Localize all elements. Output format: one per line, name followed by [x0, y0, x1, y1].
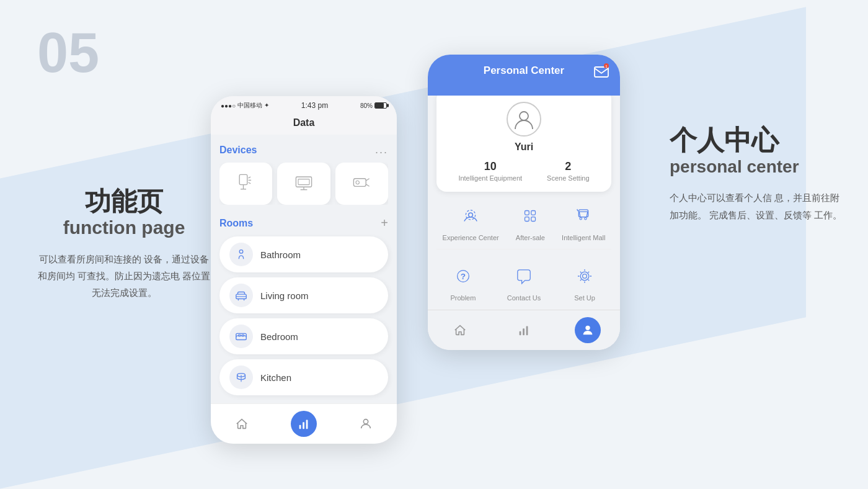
page-number: 05 — [37, 25, 99, 81]
stat-num-equipment: 10 — [458, 160, 522, 173]
battery: 80% — [360, 102, 387, 109]
nav-home-left[interactable] — [229, 411, 255, 437]
svg-point-32 — [469, 213, 473, 217]
stat-num-scene: 2 — [547, 160, 590, 173]
experience-center-icon — [456, 202, 485, 230]
svg-rect-37 — [531, 217, 536, 222]
svg-point-13 — [356, 181, 359, 184]
setup-icon — [570, 262, 599, 290]
rooms-section-header: Rooms + — [219, 216, 388, 230]
svg-rect-0 — [239, 174, 247, 184]
svg-rect-9 — [298, 179, 309, 185]
phone-left-content: Devices ... — [211, 135, 397, 444]
svg-point-48 — [586, 326, 590, 330]
room-kitchen[interactable]: Kitchen — [219, 359, 388, 395]
room-livingroom[interactable]: Living room — [219, 277, 388, 313]
svg-point-27 — [363, 419, 368, 424]
room-bathroom[interactable]: Bathroom — [219, 236, 388, 272]
device-card-1[interactable] — [219, 163, 272, 205]
right-title-zh: 个人中心 — [670, 124, 843, 157]
personal-header: Personal Center 1 — [428, 55, 620, 96]
intelligent-mall-item[interactable]: Intelligent Mall — [562, 202, 605, 241]
right-text-section: 个人中心 personal center 个人中心可以查看个人信 息，并且前往附… — [670, 124, 843, 225]
stat-equipment: 10 Intelligent Equipment — [458, 160, 522, 182]
svg-rect-47 — [526, 326, 528, 336]
device-card-2[interactable] — [277, 163, 330, 205]
username: Yuri — [446, 141, 601, 153]
svg-rect-26 — [306, 420, 308, 429]
device-card-3[interactable] — [335, 163, 388, 205]
kitchen-icon-circle — [229, 366, 253, 389]
svg-text:1: 1 — [606, 65, 608, 68]
nav-chart-left[interactable] — [291, 411, 317, 437]
svg-rect-45 — [520, 331, 521, 335]
bedroom-label: Bedroom — [260, 331, 298, 342]
svg-point-14 — [239, 250, 243, 254]
room-bedroom[interactable]: Bedroom — [219, 318, 388, 354]
personal-center-title: Personal Center — [438, 65, 610, 77]
nav-person-left[interactable] — [353, 411, 379, 437]
stat-label-scene: Scene Setting — [547, 174, 590, 182]
profile-card: Yuri 10 Intelligent Equipment 2 Scene Se… — [436, 89, 611, 192]
intelligent-mall-label: Intelligent Mall — [562, 234, 605, 241]
phone-left-header: Data — [211, 112, 397, 135]
svg-line-12 — [366, 184, 370, 187]
stat-scene: 2 Scene Setting — [547, 160, 590, 182]
bottom-nav-right — [428, 310, 620, 350]
problem-icon: ? — [449, 262, 477, 290]
svg-rect-35 — [531, 211, 536, 215]
stat-label-equipment: Intelligent Equipment — [458, 174, 522, 182]
experience-center-label: Experience Center — [443, 234, 499, 241]
nav-person-right[interactable] — [575, 317, 601, 343]
svg-rect-10 — [354, 179, 366, 187]
svg-line-5 — [248, 182, 250, 184]
left-title-en: function page — [37, 217, 211, 238]
rooms-title: Rooms — [219, 218, 253, 229]
menu-row-1: Experience Center After-sale — [428, 192, 620, 246]
svg-rect-36 — [525, 217, 529, 222]
devices-section-header: Devices ... — [219, 143, 388, 156]
svg-rect-24 — [299, 425, 301, 429]
left-title-zh: 功能页 — [37, 186, 211, 217]
left-description: 可以查看所房间和连接的 设备，通过设备和房间均 可查找。防止因为遗忘电 器位置无… — [37, 251, 211, 301]
nav-chart-right[interactable] — [511, 317, 537, 343]
svg-line-3 — [248, 177, 250, 178]
livingroom-icon-circle — [229, 284, 253, 307]
menu-divider — [436, 249, 611, 249]
time: 1:43 pm — [301, 101, 328, 110]
rooms-plus[interactable]: + — [381, 216, 388, 230]
status-bar-left: ●●●○ 中国移动 ✦ 1:43 pm 80% — [211, 96, 397, 112]
svg-point-38 — [580, 218, 582, 220]
devices-title: Devices — [219, 145, 257, 156]
bathroom-icon-circle — [229, 243, 253, 266]
svg-rect-46 — [523, 328, 525, 335]
experience-center-item[interactable]: Experience Center — [443, 202, 499, 241]
after-sale-item[interactable]: After-sale — [516, 202, 545, 241]
after-sale-icon — [516, 202, 544, 230]
svg-text:?: ? — [461, 272, 466, 281]
stats-row: 10 Intelligent Equipment 2 Scene Setting — [446, 160, 601, 182]
setup-label: Set Up — [574, 294, 595, 302]
setup-item[interactable]: Set Up — [570, 262, 599, 302]
projector-icon — [350, 171, 373, 196]
tv-icon — [293, 171, 315, 196]
devices-more[interactable]: ... — [375, 143, 388, 156]
nav-home-right[interactable] — [447, 317, 473, 343]
kitchen-label: Kitchen — [260, 372, 291, 383]
mail-icon[interactable]: 1 — [593, 62, 610, 82]
left-text-section: 功能页 function page 可以查看所房间和连接的 设备，通过设备和房间… — [37, 186, 211, 301]
svg-point-31 — [520, 112, 528, 120]
bedroom-icon-circle — [229, 325, 253, 348]
svg-rect-28 — [595, 67, 608, 77]
svg-point-43 — [583, 274, 587, 279]
menu-row-2: ? Problem Contact Us — [428, 252, 620, 307]
svg-line-11 — [366, 179, 370, 181]
svg-rect-25 — [303, 422, 304, 429]
after-sale-label: After-sale — [516, 234, 545, 241]
contact-us-item[interactable]: Contact Us — [507, 262, 541, 302]
svg-rect-34 — [525, 211, 529, 215]
right-title-en: personal center — [670, 157, 843, 177]
avatar — [507, 102, 541, 137]
problem-item[interactable]: ? Problem — [449, 262, 477, 302]
right-description: 个人中心可以查看个人信 息，并且前往附加功能。 完成售后、设置、反馈等 工作。 — [670, 189, 843, 225]
